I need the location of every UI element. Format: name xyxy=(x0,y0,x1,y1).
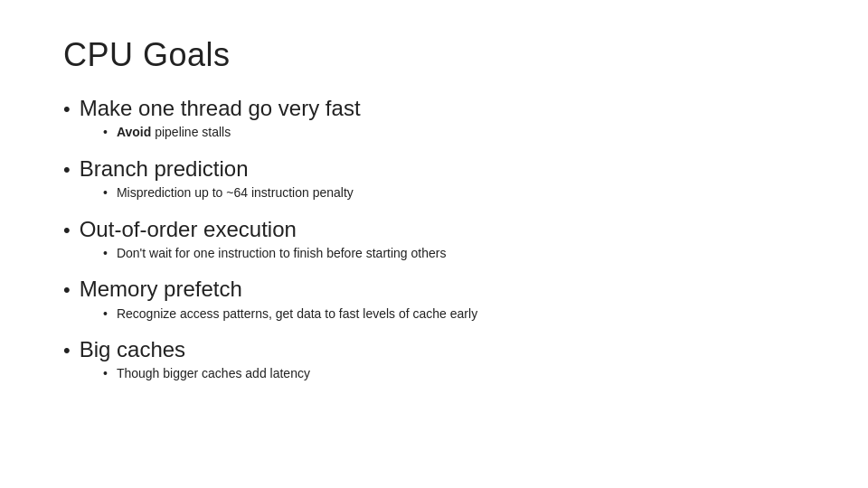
sub-dot: • xyxy=(103,367,108,380)
subbullet-dont-wait: • Don't wait for one instruction to fini… xyxy=(103,245,805,263)
bullet-dot: • xyxy=(63,160,71,180)
sub-dot: • xyxy=(103,247,108,259)
bullet-dot: • xyxy=(63,99,71,119)
sub-dot: • xyxy=(103,186,108,199)
sub-text: Recognize access patterns, get data to f… xyxy=(117,305,477,324)
group-out-of-order: • Out-of-order execution • Don't wait fo… xyxy=(63,215,805,267)
content-area: • Make one thread go very fast • Avoid p… xyxy=(63,94,805,390)
group-memory-prefetch: • Memory prefetch • Recognize access pat… xyxy=(63,275,805,326)
slide: CPU Goals • Make one thread go very fast… xyxy=(0,0,868,488)
subbullet-avoid-pipeline: • Avoid pipeline stalls xyxy=(103,124,805,142)
group-branch-prediction: • Branch prediction • Misprediction up t… xyxy=(63,155,805,206)
bullet-text: Branch prediction xyxy=(80,155,249,183)
sub-text: Misprediction up to ~64 instruction pena… xyxy=(117,184,354,202)
group-make-one-thread: • Make one thread go very fast • Avoid p… xyxy=(63,94,805,145)
bullet-memory-prefetch: • Memory prefetch xyxy=(63,275,805,303)
bullet-text: Make one thread go very fast xyxy=(80,94,361,122)
sub-text: Avoid pipeline stalls xyxy=(117,124,231,142)
sub-text: Though bigger caches add latency xyxy=(117,365,310,383)
bullet-text: Big caches xyxy=(80,335,185,363)
group-big-caches: • Big caches • Though bigger caches add … xyxy=(63,335,805,387)
bullet-make-one-thread: • Make one thread go very fast xyxy=(63,94,805,122)
bullet-out-of-order: • Out-of-order execution xyxy=(63,215,805,243)
sub-dot: • xyxy=(103,126,108,138)
subbullet-recognize-access: • Recognize access patterns, get data to… xyxy=(103,305,805,324)
bullet-text: Memory prefetch xyxy=(80,275,242,303)
bullet-text: Out-of-order execution xyxy=(80,215,297,243)
bullet-dot: • xyxy=(63,221,71,240)
sub-dot: • xyxy=(103,307,108,320)
bullet-branch-prediction: • Branch prediction xyxy=(63,155,805,183)
bullet-dot: • xyxy=(63,341,71,361)
subbullet-misprediction: • Misprediction up to ~64 instruction pe… xyxy=(103,184,805,202)
bullet-big-caches: • Big caches xyxy=(63,335,805,363)
slide-title: CPU Goals xyxy=(63,36,805,74)
sub-text: Don't wait for one instruction to finish… xyxy=(117,245,447,263)
subbullet-though-bigger: • Though bigger caches add latency xyxy=(103,365,805,383)
bullet-dot: • xyxy=(63,280,71,300)
